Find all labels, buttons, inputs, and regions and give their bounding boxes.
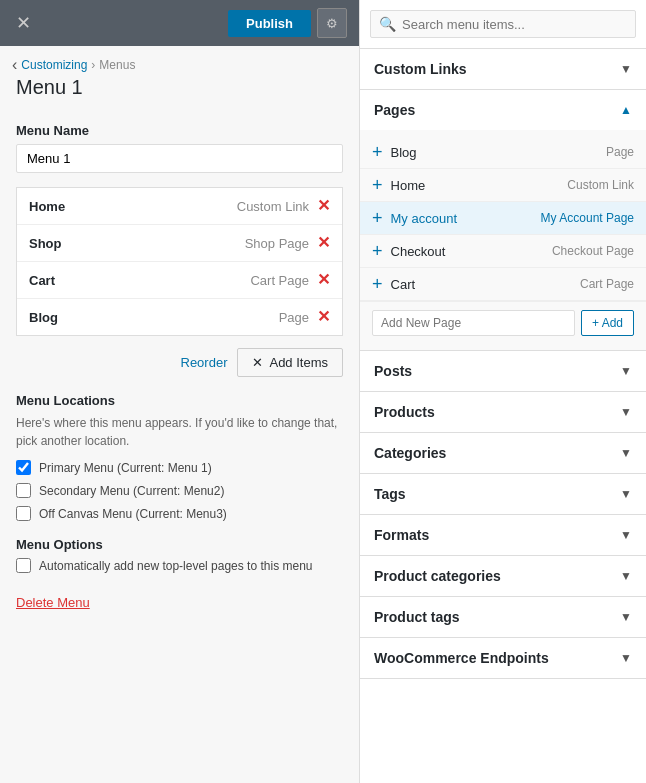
search-icon: 🔍 bbox=[379, 16, 396, 32]
menu-name-label: Menu Name bbox=[16, 123, 343, 138]
plus-icon: + bbox=[372, 242, 383, 260]
chevron-icon-woocommerce-endpoints: ▼ bbox=[620, 651, 632, 665]
chevron-icon-formats: ▼ bbox=[620, 528, 632, 542]
plus-icon: + bbox=[372, 275, 383, 293]
menu-location-checkbox[interactable] bbox=[16, 483, 31, 498]
plus-icon: + bbox=[372, 176, 383, 194]
menu-location-checkbox-row: Secondary Menu (Current: Menu2) bbox=[16, 483, 343, 498]
pages-item[interactable]: + Checkout Checkout Page bbox=[360, 235, 646, 268]
add-new-page-input[interactable] bbox=[372, 310, 575, 336]
accordion-section-woocommerce-endpoints: WooCommerce Endpoints ▼ bbox=[360, 638, 646, 679]
menu-items-list: Home Custom Link ✕ Shop Shop Page ✕ Cart… bbox=[16, 187, 343, 336]
plus-icon: + bbox=[372, 209, 383, 227]
menu-item-name: Home bbox=[29, 199, 65, 214]
page-item-type: My Account Page bbox=[541, 211, 634, 225]
pages-item[interactable]: + Home Custom Link bbox=[360, 169, 646, 202]
page-item-type: Page bbox=[606, 145, 634, 159]
accordion-header-products[interactable]: Products ▼ bbox=[360, 392, 646, 432]
pages-item[interactable]: + Cart Cart Page bbox=[360, 268, 646, 301]
accordion-section-categories: Categories ▼ bbox=[360, 433, 646, 474]
add-items-label: Add Items bbox=[269, 355, 328, 370]
accordion-label-formats: Formats bbox=[374, 527, 429, 543]
accordion-label-posts: Posts bbox=[374, 363, 412, 379]
accordion-header-custom-links[interactable]: Custom Links ▼ bbox=[360, 49, 646, 89]
accordion-section-pages: Pages ▲ + Blog Page + Home Custom Link +… bbox=[360, 90, 646, 351]
gear-button[interactable]: ⚙ bbox=[317, 8, 347, 38]
add-page-button[interactable]: + Add bbox=[581, 310, 634, 336]
menu-item-type: Cart Page bbox=[250, 273, 309, 288]
menu-name-input[interactable] bbox=[16, 144, 343, 173]
menu-item-type: Page bbox=[279, 310, 309, 325]
menu-location-checkbox[interactable] bbox=[16, 460, 31, 475]
pages-item[interactable]: + Blog Page bbox=[360, 136, 646, 169]
accordion-header-product-categories[interactable]: Product categories ▼ bbox=[360, 556, 646, 596]
page-item-name: Blog bbox=[391, 145, 598, 160]
close-button[interactable]: ✕ bbox=[12, 8, 35, 38]
reorder-link[interactable]: Reorder bbox=[181, 355, 228, 370]
left-panel: ✕ Publish ⚙ ‹ Customizing › Menus Menu 1… bbox=[0, 0, 360, 783]
page-item-name: Home bbox=[391, 178, 560, 193]
accordion-label-categories: Categories bbox=[374, 445, 446, 461]
remove-menu-item-button[interactable]: ✕ bbox=[317, 272, 330, 288]
accordion-label-products: Products bbox=[374, 404, 435, 420]
accordion-header-product-tags[interactable]: Product tags ▼ bbox=[360, 597, 646, 637]
breadcrumb: Customizing › Menus bbox=[21, 58, 135, 72]
menu-location-label: Off Canvas Menu (Current: Menu3) bbox=[39, 507, 227, 521]
accordion-label-custom-links: Custom Links bbox=[374, 61, 467, 77]
chevron-icon-posts: ▼ bbox=[620, 364, 632, 378]
accordion-header-woocommerce-endpoints[interactable]: WooCommerce Endpoints ▼ bbox=[360, 638, 646, 678]
auto-add-label: Automatically add new top-level pages to… bbox=[39, 559, 313, 573]
chevron-icon-product-tags: ▼ bbox=[620, 610, 632, 624]
chevron-icon-product-categories: ▼ bbox=[620, 569, 632, 583]
menu-item-right: Custom Link ✕ bbox=[237, 198, 330, 214]
search-bar: 🔍 bbox=[360, 0, 646, 49]
auto-add-checkbox-row: Automatically add new top-level pages to… bbox=[16, 558, 343, 573]
add-items-button[interactable]: ✕ Add Items bbox=[237, 348, 343, 377]
accordion-section-product-categories: Product categories ▼ bbox=[360, 556, 646, 597]
menu-location-checkbox-row: Off Canvas Menu (Current: Menu3) bbox=[16, 506, 343, 521]
menu-actions: Reorder ✕ Add Items bbox=[16, 348, 343, 377]
auto-add-checkbox[interactable] bbox=[16, 558, 31, 573]
back-button[interactable]: ‹ bbox=[12, 56, 17, 74]
menu-locations-checkboxes: Primary Menu (Current: Menu 1) Secondary… bbox=[16, 460, 343, 521]
add-new-page-area: + Add bbox=[360, 301, 646, 344]
accordion-header-posts[interactable]: Posts ▼ bbox=[360, 351, 646, 391]
search-input[interactable] bbox=[402, 17, 627, 32]
add-items-x-icon: ✕ bbox=[252, 355, 263, 370]
accordion-label-tags: Tags bbox=[374, 486, 406, 502]
accordion-section-posts: Posts ▼ bbox=[360, 351, 646, 392]
accordion-header-formats[interactable]: Formats ▼ bbox=[360, 515, 646, 555]
page-item-name: Checkout bbox=[391, 244, 544, 259]
breadcrumb-current: Menus bbox=[99, 58, 135, 72]
right-scroll-container: Custom Links ▼ Pages ▲ + Blog Page + Hom… bbox=[360, 49, 646, 783]
search-input-wrap: 🔍 bbox=[370, 10, 636, 38]
menu-item-name: Blog bbox=[29, 310, 58, 325]
page-item-type: Cart Page bbox=[580, 277, 634, 291]
accordion-section-custom-links: Custom Links ▼ bbox=[360, 49, 646, 90]
menu-locations-title: Menu Locations bbox=[16, 393, 343, 408]
publish-button[interactable]: Publish bbox=[228, 10, 311, 37]
accordion-header-pages[interactable]: Pages ▲ bbox=[360, 90, 646, 130]
accordion-label-product-categories: Product categories bbox=[374, 568, 501, 584]
delete-menu-link[interactable]: Delete Menu bbox=[16, 595, 90, 610]
breadcrumb-separator: › bbox=[91, 58, 95, 72]
breadcrumb-parent[interactable]: Customizing bbox=[21, 58, 87, 72]
chevron-icon-pages: ▲ bbox=[620, 103, 632, 117]
menu-options-section: Menu Options Automatically add new top-l… bbox=[16, 537, 343, 573]
remove-menu-item-button[interactable]: ✕ bbox=[317, 235, 330, 251]
accordion-section-products: Products ▼ bbox=[360, 392, 646, 433]
accordion-section-tags: Tags ▼ bbox=[360, 474, 646, 515]
page-item-type: Checkout Page bbox=[552, 244, 634, 258]
accordion-header-categories[interactable]: Categories ▼ bbox=[360, 433, 646, 473]
page-title: Menu 1 bbox=[0, 74, 359, 111]
remove-menu-item-button[interactable]: ✕ bbox=[317, 198, 330, 214]
menu-item-name: Cart bbox=[29, 273, 55, 288]
page-item-name: My account bbox=[391, 211, 533, 226]
accordion-header-tags[interactable]: Tags ▼ bbox=[360, 474, 646, 514]
accordion-section-product-tags: Product tags ▼ bbox=[360, 597, 646, 638]
chevron-icon-custom-links: ▼ bbox=[620, 62, 632, 76]
menu-item-right: Cart Page ✕ bbox=[250, 272, 330, 288]
menu-location-checkbox[interactable] bbox=[16, 506, 31, 521]
pages-item[interactable]: + My account My Account Page bbox=[360, 202, 646, 235]
remove-menu-item-button[interactable]: ✕ bbox=[317, 309, 330, 325]
